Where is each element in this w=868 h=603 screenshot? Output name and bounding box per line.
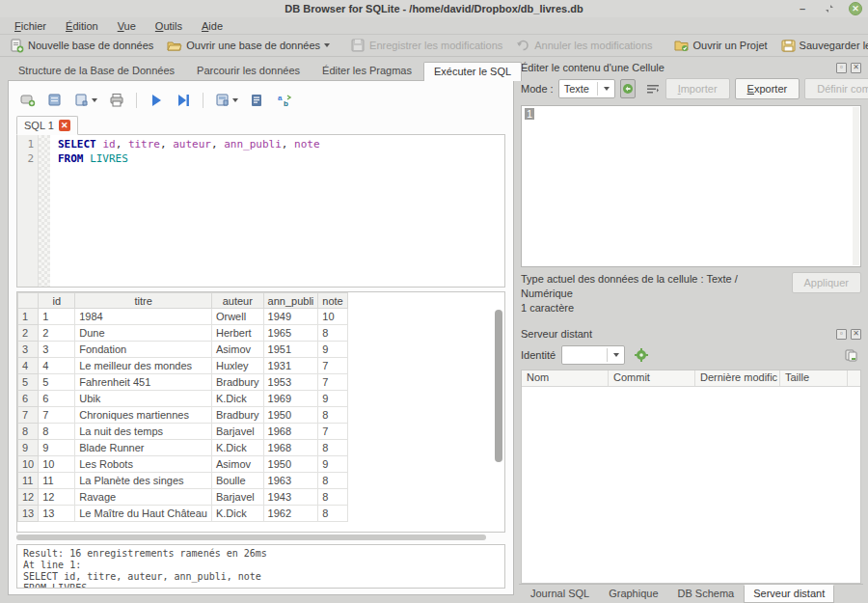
row-number[interactable]: 8 <box>18 424 39 440</box>
table-cell[interactable]: 10 <box>318 309 347 325</box>
column-header-ann_publi[interactable]: ann_publi <box>263 293 318 309</box>
sql-document-tab[interactable]: SQL 1 ✕ <box>16 116 78 135</box>
table-cell[interactable]: 9 <box>318 342 347 358</box>
table-cell[interactable]: 2 <box>39 325 75 342</box>
menu-edition[interactable]: Édition <box>57 19 107 33</box>
table-cell[interactable]: 4 <box>39 358 75 374</box>
button-print[interactable] <box>107 91 126 110</box>
table-cell[interactable]: Le meilleur des mondes <box>75 358 212 374</box>
table-cell[interactable]: Boulle <box>211 473 263 489</box>
toolbar-button-revert-changes[interactable]: Annuler les modifications <box>510 37 658 55</box>
row-number[interactable]: 5 <box>18 374 39 391</box>
remote-column-header-commit[interactable]: Commit <box>609 370 695 386</box>
toolbar-button-save-project[interactable]: Sauvegarder le projet <box>775 37 868 55</box>
column-header-titre[interactable]: titre <box>75 293 212 309</box>
table-cell[interactable]: Bradbury <box>211 374 263 391</box>
mode-select[interactable]: Texte <box>558 79 615 98</box>
table-cell[interactable]: 6 <box>39 391 75 407</box>
table-cell[interactable]: Barjavel <box>211 489 263 506</box>
toolbar-button-save-changes[interactable]: Enregistrer les modifications <box>345 37 508 55</box>
row-number[interactable]: 1 <box>18 309 39 325</box>
cell-content-editor[interactable]: 1 <box>521 105 861 267</box>
float-dock-icon[interactable]: ▫ <box>836 63 847 73</box>
table-cell[interactable]: 1968 <box>263 424 318 440</box>
table-cell[interactable]: 7 <box>318 358 347 374</box>
button-save-sql-file[interactable] <box>72 91 99 110</box>
dock-tab-db-schema[interactable]: DB Schema <box>668 585 745 603</box>
results-corner-header[interactable] <box>18 293 39 309</box>
column-header-note[interactable]: note <box>318 293 347 309</box>
table-cell[interactable]: 1943 <box>263 489 318 506</box>
close-dock-icon[interactable]: ✕ <box>851 329 861 340</box>
identity-settings-button[interactable] <box>631 345 652 365</box>
button-execute-current-line[interactable] <box>174 91 193 110</box>
table-cell[interactable]: 9 <box>318 391 347 407</box>
table-cell[interactable]: Blade Runner <box>75 440 212 456</box>
table-cell[interactable]: 8 <box>318 489 347 506</box>
table-cell[interactable]: 9 <box>318 456 347 473</box>
button-format-sql[interactable]: ab <box>275 91 294 110</box>
table-cell[interactable]: Bradbury <box>211 407 263 424</box>
table-cell[interactable]: K.Dick <box>211 506 263 522</box>
table-cell[interactable]: 1950 <box>263 456 318 473</box>
close-dock-icon[interactable]: ✕ <box>851 63 861 73</box>
table-cell[interactable]: La nuit des temps <box>75 424 212 440</box>
menu-fichier[interactable]: Fichier <box>6 19 55 33</box>
button-find-replace[interactable] <box>248 91 267 110</box>
table-cell[interactable]: Le Maître du Haut Château <box>75 506 212 522</box>
table-cell[interactable]: 12 <box>39 489 75 506</box>
table-cell[interactable]: Ravage <box>75 489 212 506</box>
table-cell[interactable]: 1951 <box>263 342 318 358</box>
restore-button[interactable] <box>822 2 837 15</box>
results-horizontal-scrollbar[interactable] <box>16 534 505 541</box>
row-number[interactable]: 11 <box>18 473 39 489</box>
sql-code-area[interactable]: SELECT id, titre, auteur, ann_publi, not… <box>50 135 504 287</box>
table-cell[interactable]: Dune <box>75 325 212 342</box>
toolbar-button-open-database[interactable]: Ouvrir une base de données <box>161 37 336 55</box>
close-button[interactable]: ✕ <box>849 2 862 15</box>
table-cell[interactable]: K.Dick <box>211 391 263 407</box>
float-dock-icon[interactable]: ▫ <box>836 329 847 340</box>
table-cell[interactable]: Barjavel <box>211 424 263 440</box>
table-cell[interactable]: 1949 <box>263 309 318 325</box>
toolbar-button-open-project[interactable]: Ouvrir un Projet <box>668 37 773 55</box>
column-header-auteur[interactable]: auteur <box>211 293 263 309</box>
table-cell[interactable]: 1962 <box>263 506 318 522</box>
table-cell[interactable]: 1 <box>39 309 75 325</box>
table-cell[interactable]: 3 <box>39 342 75 358</box>
remote-column-header-nom[interactable]: Nom <box>522 370 609 386</box>
row-number[interactable]: 2 <box>18 325 39 342</box>
identity-select[interactable] <box>561 345 625 365</box>
table-cell[interactable]: 8 <box>318 473 347 489</box>
apply-button[interactable]: Appliquer <box>792 272 861 293</box>
column-header-id[interactable]: id <box>39 293 75 309</box>
row-number[interactable]: 12 <box>18 489 39 506</box>
table-cell[interactable]: Asimov <box>211 342 263 358</box>
table-cell[interactable]: 1965 <box>263 325 318 342</box>
dock-tab-serveur-distant[interactable]: Serveur distant <box>744 585 834 603</box>
table-cell[interactable]: 1969 <box>263 391 318 407</box>
remote-column-header-derniere-modific[interactable]: Dernière modific <box>695 370 780 386</box>
button-new-sql-tab[interactable] <box>18 91 38 110</box>
set-null-button[interactable]: Définir comme NULL <box>804 78 868 99</box>
word-wrap-button[interactable] <box>645 79 661 98</box>
tab-editer-les-pragmas[interactable]: Éditer les Pragmas <box>312 61 422 80</box>
row-number[interactable]: 7 <box>18 407 39 424</box>
menu-vue[interactable]: Vue <box>109 19 145 33</box>
tab-executer-le-sql[interactable]: Exécuter le SQL <box>423 62 522 81</box>
menu-aide[interactable]: Aide <box>193 19 231 33</box>
table-cell[interactable]: 8 <box>39 424 75 440</box>
table-cell[interactable]: 7 <box>318 374 347 391</box>
remote-table-body[interactable] <box>522 387 860 583</box>
table-cell[interactable]: 7 <box>39 407 75 424</box>
table-cell[interactable]: 1968 <box>263 440 318 456</box>
table-cell[interactable]: 8 <box>318 407 347 424</box>
menu-outils[interactable]: Outils <box>147 19 191 33</box>
row-number[interactable]: 6 <box>18 391 39 407</box>
table-cell[interactable]: 7 <box>318 424 347 440</box>
table-cell[interactable]: Fondation <box>75 342 212 358</box>
table-cell[interactable]: La Planète des singes <box>75 473 212 489</box>
table-cell[interactable]: 11 <box>39 473 75 489</box>
table-cell[interactable]: 8 <box>318 325 347 342</box>
button-execute-sql[interactable] <box>147 91 166 110</box>
